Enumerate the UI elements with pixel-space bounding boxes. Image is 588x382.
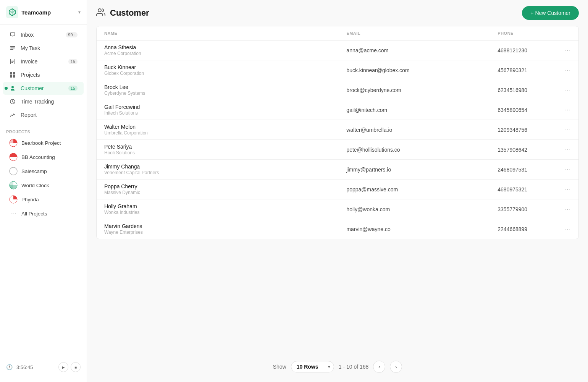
customer-phone: 2244668899 bbox=[490, 219, 556, 239]
prev-page-button[interactable]: ‹ bbox=[373, 361, 385, 373]
app-chevron-icon: ▾ bbox=[78, 10, 81, 15]
customer-company: Cyberdyne Systems bbox=[104, 91, 331, 96]
my-task-label: My Task bbox=[21, 45, 78, 51]
row-menu-button[interactable]: ··· bbox=[563, 225, 572, 233]
app-name: Teamcamp bbox=[21, 9, 75, 16]
col-email: EMAIL bbox=[339, 26, 490, 40]
customer-company: Wonka Industries bbox=[104, 210, 331, 215]
clock-icon: 🕐 bbox=[6, 364, 13, 370]
sidebar-item-phynda[interactable]: Phynda bbox=[3, 193, 84, 206]
invoice-icon bbox=[9, 58, 16, 65]
table-row[interactable]: Walter Melon Umbrella Corporation walter… bbox=[97, 120, 578, 140]
next-page-button[interactable]: › bbox=[390, 361, 402, 373]
table-row[interactable]: Holly Graham Wonka Industries holly@wonk… bbox=[97, 199, 578, 219]
teamcamp-logo bbox=[6, 6, 18, 18]
bb-dot bbox=[9, 153, 18, 161]
row-menu-button[interactable]: ··· bbox=[563, 205, 572, 214]
sidebar-header[interactable]: Teamcamp ▾ bbox=[0, 0, 87, 25]
active-indicator bbox=[5, 87, 8, 90]
report-icon bbox=[9, 112, 16, 118]
customer-email: anna@acme.com bbox=[339, 40, 490, 60]
svg-point-14 bbox=[98, 9, 101, 12]
svg-rect-2 bbox=[10, 48, 15, 49]
customer-name: Holly Graham bbox=[104, 203, 331, 209]
customer-badge: 15 bbox=[68, 86, 78, 91]
sidebar-item-bearbook[interactable]: Bearbook Project bbox=[3, 136, 84, 150]
customer-name: Marvin Gardens bbox=[104, 223, 331, 229]
bb-label: BB Accounting bbox=[21, 154, 55, 160]
main-header: Customer + New Customer bbox=[87, 0, 588, 26]
customer-company: Umbrella Corporation bbox=[104, 130, 331, 136]
current-time: 3:56:45 bbox=[16, 364, 33, 370]
table-row[interactable]: Anna Sthesia Acme Corporation anna@acme.… bbox=[97, 40, 578, 60]
projects-section-label: Projects bbox=[0, 125, 87, 136]
sidebar-item-invoice[interactable]: Invoice 15 bbox=[3, 55, 84, 68]
play-button[interactable]: ▶ bbox=[58, 362, 68, 372]
row-menu-button[interactable]: ··· bbox=[563, 126, 572, 134]
customer-phone: 1209348756 bbox=[490, 120, 556, 140]
rows-select[interactable]: 10 Rows 25 Rows 50 Rows 100 Rows bbox=[291, 361, 334, 372]
table-row[interactable]: Poppa Cherry Massive Dynamic poppa@massi… bbox=[97, 180, 578, 199]
stop-button[interactable]: ■ bbox=[71, 362, 81, 372]
sidebar-nav: Inbox 99+ My Task Invoice 15 Projects bbox=[0, 25, 87, 125]
sidebar-item-customer[interactable]: Customer 15 bbox=[3, 82, 84, 95]
customer-header-icon bbox=[96, 8, 105, 19]
row-menu-button[interactable]: ··· bbox=[563, 66, 572, 74]
customer-name: Pete Sariya bbox=[104, 144, 331, 150]
customer-phone: 3355779900 bbox=[490, 199, 556, 219]
row-menu-button[interactable]: ··· bbox=[563, 185, 572, 194]
customer-phone: 6234516980 bbox=[490, 80, 556, 100]
salescamp-dot bbox=[9, 167, 18, 175]
invoice-label: Invoice bbox=[21, 58, 64, 65]
table-row[interactable]: Pete Sariya Hooli Solutions pete@holliso… bbox=[97, 140, 578, 160]
projects-label: Projects bbox=[21, 72, 78, 78]
sidebar-item-inbox[interactable]: Inbox 99+ bbox=[3, 28, 84, 41]
table-row[interactable]: Marvin Gardens Wayne Enterprises marvin@… bbox=[97, 219, 578, 239]
bearbook-label: Bearbook Project bbox=[21, 140, 61, 146]
row-menu-button[interactable]: ··· bbox=[563, 106, 572, 114]
sidebar-item-time-tracking[interactable]: Time Tracking bbox=[3, 95, 84, 108]
new-customer-button[interactable]: + New Customer bbox=[522, 6, 579, 20]
customer-table-container: NAME EMAIL PHONE Anna Sthesia Acme Corpo… bbox=[96, 26, 579, 239]
svg-rect-6 bbox=[10, 75, 12, 78]
customer-email: gail@initech.com bbox=[339, 100, 490, 120]
table-row[interactable]: Buck Kinnear Globex Corporation buck.kin… bbox=[97, 60, 578, 80]
svg-rect-1 bbox=[10, 46, 15, 47]
row-menu-button[interactable]: ··· bbox=[563, 86, 572, 94]
sidebar-item-my-task[interactable]: My Task bbox=[3, 42, 84, 55]
customer-name: Anna Sthesia bbox=[104, 44, 331, 50]
row-menu-button[interactable]: ··· bbox=[563, 146, 572, 154]
customer-phone: 4680975321 bbox=[490, 180, 556, 199]
row-menu-button[interactable]: ··· bbox=[563, 46, 572, 55]
sidebar-item-projects[interactable]: Projects bbox=[3, 68, 84, 81]
sidebar-item-all-projects[interactable]: ··· All Projects bbox=[3, 207, 84, 220]
sidebar-item-bb-accounting[interactable]: BB Accounting bbox=[3, 150, 84, 164]
customer-company: Globex Corporation bbox=[104, 71, 331, 76]
svg-rect-4 bbox=[10, 72, 12, 74]
sidebar-item-salescamp[interactable]: Salescamp bbox=[3, 164, 84, 178]
rows-select-wrapper[interactable]: 10 Rows 25 Rows 50 Rows 100 Rows ▾ bbox=[291, 361, 334, 372]
bearbook-dot bbox=[9, 139, 18, 147]
phynda-dot bbox=[9, 195, 18, 204]
projects-icon bbox=[9, 71, 16, 78]
table-row[interactable]: Brock Lee Cyberdyne Systems brock@cyberd… bbox=[97, 80, 578, 100]
main-content: Customer + New Customer NAME EMAIL PHONE… bbox=[87, 0, 588, 382]
customer-phone: 6345890654 bbox=[490, 100, 556, 120]
customer-email: holly@wonka.com bbox=[339, 199, 490, 219]
sidebar-item-report[interactable]: Report bbox=[3, 108, 84, 121]
table-row[interactable]: Jimmy Changa Vehement Capital Partners j… bbox=[97, 160, 578, 180]
table-row[interactable]: Gail Forcewind Initech Solutions gail@in… bbox=[97, 100, 578, 120]
inbox-badge: 99+ bbox=[66, 32, 78, 37]
customer-email: walter@umbrella.io bbox=[339, 120, 490, 140]
invoice-badge: 15 bbox=[68, 59, 78, 64]
customer-email: jimmy@partners.io bbox=[339, 160, 490, 180]
row-menu-button[interactable]: ··· bbox=[563, 165, 572, 174]
customer-name: Brock Lee bbox=[104, 84, 331, 90]
customer-name: Walter Melon bbox=[104, 124, 331, 130]
world-clock-label: World Clock bbox=[21, 183, 49, 188]
time-tracking-label: Time Tracking bbox=[21, 99, 78, 105]
customer-label: Customer bbox=[21, 85, 64, 91]
phynda-label: Phynda bbox=[21, 197, 39, 202]
customer-phone: 4567890321 bbox=[490, 60, 556, 80]
sidebar-item-world-clock[interactable]: World Clock bbox=[3, 178, 84, 192]
